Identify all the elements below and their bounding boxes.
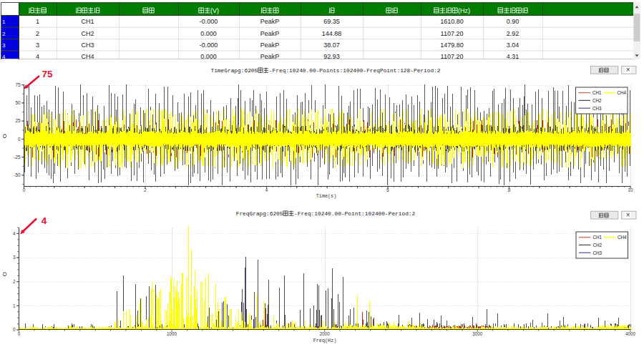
svg-text:3000: 3000 bbox=[472, 331, 483, 336]
svg-text:144.88: 144.88 bbox=[322, 30, 342, 37]
svg-text:×: × bbox=[626, 211, 630, 219]
svg-text:2000: 2000 bbox=[320, 331, 331, 336]
svg-text:4: 4 bbox=[13, 231, 16, 236]
svg-text:25: 25 bbox=[15, 118, 21, 123]
svg-text:1107.20: 1107.20 bbox=[441, 30, 464, 37]
svg-text:CH3: CH3 bbox=[592, 106, 602, 111]
svg-text:PeakP: PeakP bbox=[260, 30, 280, 37]
svg-text:1: 1 bbox=[2, 19, 6, 25]
svg-text:2: 2 bbox=[13, 279, 16, 284]
svg-text:0.000: 0.000 bbox=[200, 30, 217, 37]
svg-text:75: 75 bbox=[42, 69, 53, 79]
svg-text:CH4: CH4 bbox=[618, 235, 627, 240]
svg-text:1: 1 bbox=[13, 303, 16, 308]
svg-text:3.04: 3.04 bbox=[507, 41, 519, 49]
svg-text:2: 2 bbox=[36, 30, 39, 37]
svg-text:-0.000: -0.000 bbox=[200, 18, 218, 25]
svg-text:CH4: CH4 bbox=[618, 90, 627, 95]
svg-text:3: 3 bbox=[2, 42, 6, 49]
svg-text:Time(s): Time(s) bbox=[316, 193, 337, 199]
svg-text:PeakP: PeakP bbox=[260, 41, 280, 49]
svg-text:TimeGrapg:6205: TimeGrapg:6205 bbox=[210, 68, 258, 74]
svg-text:-50: -50 bbox=[14, 172, 21, 177]
svg-text:1: 1 bbox=[36, 18, 39, 25]
svg-text:Freq(Hz): Freq(Hz) bbox=[313, 338, 337, 343]
svg-text:1610.80: 1610.80 bbox=[440, 18, 464, 25]
svg-text:1000: 1000 bbox=[167, 331, 177, 336]
svg-text:38.07: 38.07 bbox=[323, 41, 340, 49]
svg-text:0.90: 0.90 bbox=[507, 18, 519, 25]
svg-text:2.92: 2.92 bbox=[507, 30, 519, 37]
svg-text:-Freq:10240.00-Point:102400-Pe: -Freq:10240.00-Point:102400-Period:2 bbox=[294, 211, 416, 217]
svg-text:×: × bbox=[626, 66, 630, 74]
svg-text:0: 0 bbox=[18, 331, 21, 336]
svg-text:CH3: CH3 bbox=[593, 250, 602, 255]
svg-text:0: 0 bbox=[18, 137, 21, 142]
svg-text:CH2: CH2 bbox=[592, 98, 602, 103]
svg-text:FreqGrapg:6205: FreqGrapg:6205 bbox=[236, 211, 283, 217]
svg-text:O: O bbox=[1, 134, 8, 138]
svg-text:CH1: CH1 bbox=[593, 235, 602, 240]
svg-text:2: 2 bbox=[144, 187, 147, 192]
svg-text:0: 0 bbox=[23, 187, 26, 192]
svg-text:CH1: CH1 bbox=[81, 18, 94, 25]
svg-text:6: 6 bbox=[386, 187, 389, 192]
svg-text:1479.80: 1479.80 bbox=[440, 41, 464, 49]
svg-text:(Hz): (Hz) bbox=[458, 7, 470, 14]
svg-text:PeakP: PeakP bbox=[260, 18, 280, 25]
svg-text:3: 3 bbox=[13, 255, 16, 260]
svg-text:-25: -25 bbox=[14, 155, 21, 160]
svg-text:O: O bbox=[1, 272, 8, 276]
svg-text:0: 0 bbox=[13, 327, 16, 332]
svg-text:4: 4 bbox=[265, 187, 268, 192]
svg-text:8: 8 bbox=[508, 187, 511, 192]
svg-text:75: 75 bbox=[15, 82, 21, 87]
svg-text:CH2: CH2 bbox=[593, 243, 602, 248]
svg-text:CH1: CH1 bbox=[592, 90, 602, 95]
svg-text:4: 4 bbox=[42, 215, 47, 226]
svg-text:10: 10 bbox=[628, 187, 633, 192]
svg-text:4000: 4000 bbox=[625, 331, 636, 336]
svg-text:(V): (V) bbox=[210, 7, 219, 14]
svg-text:CH3: CH3 bbox=[81, 41, 94, 49]
svg-text:-0.000: -0.000 bbox=[200, 41, 218, 49]
svg-text:2: 2 bbox=[2, 31, 6, 37]
svg-text:3: 3 bbox=[36, 41, 39, 49]
svg-text:CH2: CH2 bbox=[81, 30, 94, 37]
svg-text:-Freq:10240.00-Points:102400-F: -Freq:10240.00-Points:102400-FreqPoint:1… bbox=[269, 68, 441, 74]
svg-text:50: 50 bbox=[15, 100, 21, 105]
svg-text:69.35: 69.35 bbox=[323, 18, 340, 25]
